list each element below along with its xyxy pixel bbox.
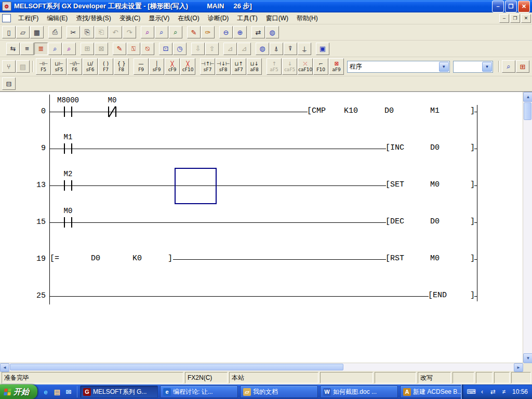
coil-button[interactable]: ( )F7 (98, 58, 113, 75)
write-mode-icon[interactable]: ✎ (187, 26, 201, 38)
horizontal-scroll-thumb[interactable] (10, 364, 343, 370)
find-icon[interactable]: ⌕ (141, 26, 154, 38)
scroll-up-icon[interactable]: ▲ (523, 92, 532, 102)
clock-setting-icon[interactable]: ◷ (173, 43, 187, 55)
menu-online[interactable]: 在线(O) (174, 12, 203, 24)
task-word-doc[interactable]: W如何截图.doc ... (320, 385, 398, 398)
horizontal-line-button[interactable]: —F9 (134, 58, 149, 75)
buffer-memory-monitor-icon[interactable]: ⍊ (298, 43, 311, 55)
project-data-list-icon[interactable]: ⊟ (2, 77, 16, 90)
outlook-express-icon[interactable]: ✉ (64, 388, 73, 396)
show-desktop-icon[interactable]: ▤ (53, 388, 61, 396)
copy-icon[interactable]: ⎘ (81, 26, 94, 38)
new-project-icon[interactable]: ▯ (2, 26, 16, 38)
open-project-icon[interactable]: ▱ (16, 26, 30, 38)
delete-horizontal-line-button[interactable]: ╳cF9 (165, 58, 180, 75)
zoom-in-icon[interactable]: ⊕ (233, 26, 247, 38)
edit-ladder-icon[interactable]: ✎ (113, 43, 126, 55)
vertical-line-button[interactable]: │sF9 (149, 58, 164, 75)
start-button[interactable]: 开始 (0, 384, 37, 399)
save-project-icon[interactable]: ▦ (30, 26, 44, 38)
falling-pulse-button[interactable]: ⊣↓⊢sF8 (216, 58, 231, 75)
ladder-cursor[interactable] (175, 168, 217, 204)
find-coil-icon[interactable]: ⌕ (62, 43, 76, 55)
falling-pulse-branch-button[interactable]: ⊔↓aF8 (247, 58, 262, 75)
find-string-icon[interactable]: ⌕ (169, 26, 182, 38)
menu-bar: 工程(F)编辑(E)查找/替换(S)变换(C)显示(V)在线(O)诊断(D)工具… (0, 12, 532, 24)
menu-convert[interactable]: 变换(C) (115, 12, 145, 24)
task-my-documents[interactable]: ▱我的文档 (240, 385, 318, 398)
find-contact-icon[interactable]: ⌕ (48, 43, 62, 55)
menu-diagnostics[interactable]: 诊断(D) (204, 12, 233, 24)
menu-help[interactable]: 帮助(H) (292, 12, 322, 24)
scroll-down-icon[interactable]: ▼ (523, 353, 532, 363)
input-method-icon[interactable]: ⌨ (467, 388, 475, 396)
menu-tools[interactable]: 工具(T) (233, 12, 261, 24)
open-branch-button[interactable]: ⊔⊢sF5 (51, 58, 66, 75)
draw-line-button[interactable]: ⌐F10 (313, 58, 328, 75)
collapse-tray-icon[interactable]: ‹ (478, 388, 486, 396)
program-check-icon[interactable]: ◍ (265, 26, 279, 38)
vertical-scroll-thumb[interactable] (524, 102, 531, 120)
find-device-icon[interactable]: ⌕ (155, 26, 168, 38)
mdi-restore-button[interactable]: ❐ (510, 14, 520, 23)
statement-display-icon[interactable]: ≣ (34, 43, 48, 55)
connection-icon[interactable]: ≠ (500, 388, 508, 396)
device-memory-icon[interactable]: ⊡ (159, 43, 172, 55)
instruction-text: [CMP (307, 107, 326, 115)
chevron-down-icon[interactable]: ▼ (482, 62, 492, 72)
close-button[interactable]: ✕ (518, 1, 530, 12)
project-tree-icon[interactable]: ⊞ (516, 60, 529, 73)
print-icon[interactable]: ⎙ (48, 26, 62, 38)
zoom-out-icon[interactable]: ⊖ (219, 26, 233, 38)
horizontal-scroll-track[interactable] (344, 363, 514, 371)
monitor-window-icon[interactable]: ▣ (316, 43, 329, 55)
mdi-close-button[interactable]: ✕ (521, 14, 531, 23)
horizontal-scrollbar[interactable]: ◄ ► (0, 363, 523, 371)
cut-icon[interactable]: ✂ (66, 26, 80, 38)
device-batch-monitor-icon[interactable]: ⍋ (270, 43, 283, 55)
rising-pulse-button[interactable]: ⊣↑⊢sF7 (200, 58, 215, 75)
network-test-icon[interactable]: ◍ (256, 43, 269, 55)
minimize-button[interactable]: – (492, 1, 504, 12)
mdi-child-icon[interactable] (2, 14, 11, 22)
rising-pulse-branch-button[interactable]: ⊔↑aF7 (231, 58, 246, 75)
chevron-down-icon[interactable]: ▼ (439, 62, 449, 72)
menu-window[interactable]: 窗口(W) (262, 12, 292, 24)
transfer-setup-icon[interactable]: ⇄ (251, 26, 265, 38)
program-find-icon[interactable]: ⌕ (502, 60, 515, 73)
application-instruction-button[interactable]: { }F8 (114, 58, 129, 75)
delete-vertical-line-button[interactable]: ╳cF10 (180, 58, 195, 75)
entry-data-monitor-icon[interactable]: ⍒ (284, 43, 297, 55)
task-melsoft[interactable]: GMELSOFT系列 G... (80, 385, 158, 398)
project-data-exchange-icon[interactable]: ⇆ (6, 43, 20, 55)
secondary-combo[interactable]: ▼ (453, 61, 493, 73)
network-status-icon[interactable]: ⇄ (489, 388, 497, 396)
monitor-mode-icon[interactable]: ✑ (201, 26, 215, 38)
closed-contact-button[interactable]: ⊣/⊢F6 (67, 58, 82, 75)
restore-button[interactable]: ❐ (505, 1, 517, 12)
open-contact-button[interactable]: ⊣⊢F5 (36, 58, 51, 75)
menu-project[interactable]: 工程(F) (14, 12, 43, 24)
scroll-left-icon[interactable]: ◄ (0, 363, 9, 372)
delete-rung-button[interactable]: ⤫caF10 (298, 58, 313, 75)
ie-quicklaunch-icon[interactable]: e (42, 388, 50, 396)
menu-find-replace[interactable]: 查找/替换(S) (72, 12, 115, 24)
menu-view[interactable]: 显示(V) (144, 12, 174, 24)
program-combo[interactable]: 程序 ▼ (347, 61, 450, 73)
closed-branch-button[interactable]: ⊔/sF6 (83, 58, 98, 75)
insert-line-icon[interactable]: ⍂ (127, 43, 140, 55)
comment-display-icon[interactable]: ≡ (20, 43, 34, 55)
instruction-text: [INC (385, 143, 404, 152)
program-branch-icon[interactable]: ⑂ (2, 60, 16, 73)
delete-line-icon[interactable]: ⍉ (141, 43, 154, 55)
vertical-scroll-track[interactable] (523, 121, 532, 353)
scroll-right-icon[interactable]: ► (514, 363, 523, 372)
task-forum[interactable]: e编程讨论: 让... (160, 385, 238, 398)
vertical-scrollbar[interactable]: ▲ ▼ (523, 92, 532, 363)
task-acdsee[interactable]: A新建 ACDSee B... (400, 385, 461, 398)
ladder-canvas[interactable]: 0M8000M0[CMPK10D0M1]9M1[INCD0]13M2[SETM0… (0, 92, 523, 363)
mdi-minimize-button[interactable]: – (499, 14, 509, 23)
delete-line-mode-button[interactable]: ⊠aF9 (329, 58, 344, 75)
menu-edit[interactable]: 编辑(E) (43, 12, 72, 24)
